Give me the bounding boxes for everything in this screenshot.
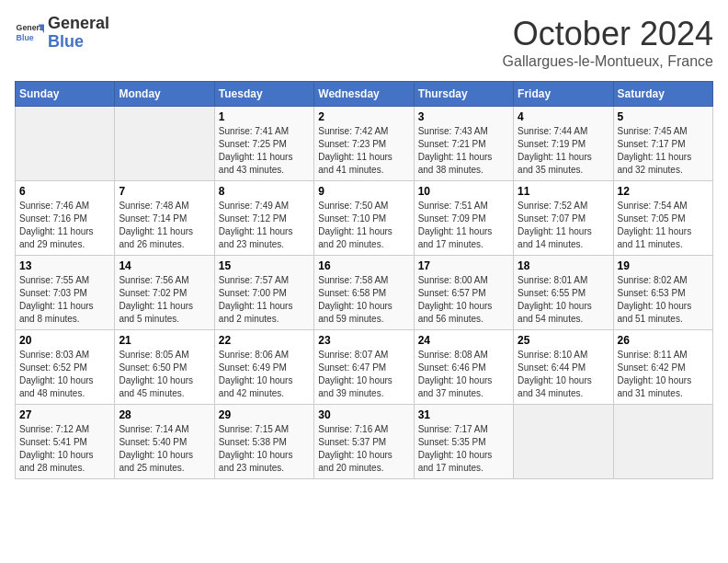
day-info: Sunrise: 7:43 AMSunset: 7:21 PMDaylight:… — [418, 125, 509, 177]
calendar-table: SundayMondayTuesdayWednesdayThursdayFrid… — [15, 81, 713, 479]
calendar-cell: 1Sunrise: 7:41 AMSunset: 7:25 PMDaylight… — [214, 107, 313, 181]
day-info: Sunrise: 7:46 AMSunset: 7:16 PMDaylight:… — [19, 200, 110, 251]
week-row-4: 20Sunrise: 8:03 AMSunset: 6:52 PMDayligh… — [16, 330, 713, 405]
calendar-cell: 10Sunrise: 7:51 AMSunset: 7:09 PMDayligh… — [414, 181, 513, 256]
calendar-cell — [613, 405, 712, 479]
page-header: General Blue General Blue October 2024 G… — [15, 15, 713, 70]
logo-icon: General Blue — [15, 18, 44, 48]
day-number: 28 — [119, 408, 210, 421]
day-number: 27 — [19, 408, 110, 421]
day-number: 24 — [418, 334, 509, 347]
calendar-cell: 22Sunrise: 8:06 AMSunset: 6:49 PMDayligh… — [214, 330, 313, 405]
calendar-cell: 24Sunrise: 8:08 AMSunset: 6:46 PMDayligh… — [414, 330, 513, 405]
week-row-1: 1Sunrise: 7:41 AMSunset: 7:25 PMDaylight… — [16, 107, 713, 181]
svg-text:Blue: Blue — [17, 33, 34, 42]
day-info: Sunrise: 7:54 AMSunset: 7:05 PMDaylight:… — [618, 200, 709, 251]
calendar-cell: 23Sunrise: 8:07 AMSunset: 6:47 PMDayligh… — [314, 330, 414, 405]
day-info: Sunrise: 8:06 AMSunset: 6:49 PMDaylight:… — [219, 349, 310, 400]
day-number: 7 — [119, 185, 210, 198]
calendar-cell: 3Sunrise: 7:43 AMSunset: 7:21 PMDaylight… — [414, 107, 513, 181]
week-row-3: 13Sunrise: 7:55 AMSunset: 7:03 PMDayligh… — [16, 256, 713, 330]
location-title: Gallargues-le-Montueux, France — [503, 53, 713, 70]
day-info: Sunrise: 7:41 AMSunset: 7:25 PMDaylight:… — [219, 125, 310, 177]
calendar-cell: 9Sunrise: 7:50 AMSunset: 7:10 PMDaylight… — [314, 181, 414, 256]
calendar-cell: 21Sunrise: 8:05 AMSunset: 6:50 PMDayligh… — [115, 330, 214, 405]
day-number: 10 — [418, 185, 509, 198]
calendar-cell: 31Sunrise: 7:17 AMSunset: 5:35 PMDayligh… — [414, 405, 513, 479]
header-day-friday: Friday — [514, 82, 613, 107]
day-info: Sunrise: 7:14 AMSunset: 5:40 PMDaylight:… — [119, 423, 210, 475]
day-info: Sunrise: 8:07 AMSunset: 6:47 PMDaylight:… — [318, 349, 409, 400]
day-info: Sunrise: 8:00 AMSunset: 6:57 PMDaylight:… — [418, 274, 509, 326]
day-number: 1 — [219, 110, 310, 123]
day-info: Sunrise: 8:02 AMSunset: 6:53 PMDaylight:… — [618, 274, 709, 326]
calendar-cell: 26Sunrise: 8:11 AMSunset: 6:42 PMDayligh… — [613, 330, 712, 405]
title-block: October 2024 Gallargues-le-Montueux, Fra… — [503, 15, 713, 70]
calendar-cell: 17Sunrise: 8:00 AMSunset: 6:57 PMDayligh… — [414, 256, 513, 330]
calendar-cell — [16, 107, 115, 181]
day-info: Sunrise: 7:45 AMSunset: 7:17 PMDaylight:… — [618, 125, 709, 177]
day-info: Sunrise: 7:58 AMSunset: 6:58 PMDaylight:… — [318, 274, 409, 326]
day-number: 29 — [219, 408, 310, 421]
day-info: Sunrise: 7:52 AMSunset: 7:07 PMDaylight:… — [518, 200, 609, 251]
day-info: Sunrise: 8:11 AMSunset: 6:42 PMDaylight:… — [618, 349, 709, 400]
day-info: Sunrise: 7:44 AMSunset: 7:19 PMDaylight:… — [518, 125, 609, 177]
day-number: 22 — [219, 334, 310, 347]
day-info: Sunrise: 7:57 AMSunset: 7:00 PMDaylight:… — [219, 274, 310, 326]
day-number: 26 — [618, 334, 709, 347]
day-number: 4 — [518, 110, 609, 123]
calendar-cell: 12Sunrise: 7:54 AMSunset: 7:05 PMDayligh… — [613, 181, 712, 256]
calendar-cell: 2Sunrise: 7:42 AMSunset: 7:23 PMDaylight… — [314, 107, 414, 181]
month-title: October 2024 — [503, 15, 713, 53]
day-number: 15 — [219, 259, 310, 272]
day-info: Sunrise: 7:15 AMSunset: 5:38 PMDaylight:… — [219, 423, 310, 475]
week-row-2: 6Sunrise: 7:46 AMSunset: 7:16 PMDaylight… — [16, 181, 713, 256]
day-info: Sunrise: 7:49 AMSunset: 7:12 PMDaylight:… — [219, 200, 310, 251]
calendar-cell: 5Sunrise: 7:45 AMSunset: 7:17 PMDaylight… — [613, 107, 712, 181]
day-info: Sunrise: 7:17 AMSunset: 5:35 PMDaylight:… — [418, 423, 509, 475]
header-row: SundayMondayTuesdayWednesdayThursdayFrid… — [16, 82, 713, 107]
calendar-cell: 30Sunrise: 7:16 AMSunset: 5:37 PMDayligh… — [314, 405, 414, 479]
calendar-cell: 16Sunrise: 7:58 AMSunset: 6:58 PMDayligh… — [314, 256, 414, 330]
day-number: 2 — [318, 110, 409, 123]
day-info: Sunrise: 8:03 AMSunset: 6:52 PMDaylight:… — [19, 349, 110, 400]
day-number: 12 — [618, 185, 709, 198]
day-number: 30 — [318, 408, 409, 421]
day-number: 21 — [119, 334, 210, 347]
calendar-cell: 4Sunrise: 7:44 AMSunset: 7:19 PMDaylight… — [514, 107, 613, 181]
day-number: 23 — [318, 334, 409, 347]
calendar-cell: 6Sunrise: 7:46 AMSunset: 7:16 PMDaylight… — [16, 181, 115, 256]
calendar-cell: 7Sunrise: 7:48 AMSunset: 7:14 PMDaylight… — [115, 181, 214, 256]
day-number: 25 — [518, 334, 609, 347]
calendar-cell: 25Sunrise: 8:10 AMSunset: 6:44 PMDayligh… — [514, 330, 613, 405]
header-day-thursday: Thursday — [414, 82, 513, 107]
day-number: 3 — [418, 110, 509, 123]
day-info: Sunrise: 7:55 AMSunset: 7:03 PMDaylight:… — [19, 274, 110, 326]
logo-text: General Blue — [48, 15, 109, 52]
calendar-cell: 19Sunrise: 8:02 AMSunset: 6:53 PMDayligh… — [613, 256, 712, 330]
calendar-cell: 8Sunrise: 7:49 AMSunset: 7:12 PMDaylight… — [214, 181, 313, 256]
header-day-tuesday: Tuesday — [214, 82, 313, 107]
day-number: 31 — [418, 408, 509, 421]
day-info: Sunrise: 7:50 AMSunset: 7:10 PMDaylight:… — [318, 200, 409, 251]
day-number: 5 — [618, 110, 709, 123]
day-info: Sunrise: 8:08 AMSunset: 6:46 PMDaylight:… — [418, 349, 509, 400]
day-number: 20 — [19, 334, 110, 347]
day-info: Sunrise: 7:51 AMSunset: 7:09 PMDaylight:… — [418, 200, 509, 251]
week-row-5: 27Sunrise: 7:12 AMSunset: 5:41 PMDayligh… — [16, 405, 713, 479]
day-info: Sunrise: 8:10 AMSunset: 6:44 PMDaylight:… — [518, 349, 609, 400]
day-number: 11 — [518, 185, 609, 198]
day-number: 13 — [19, 259, 110, 272]
header-day-monday: Monday — [115, 82, 214, 107]
calendar-cell — [514, 405, 613, 479]
day-number: 17 — [418, 259, 509, 272]
day-info: Sunrise: 7:56 AMSunset: 7:02 PMDaylight:… — [119, 274, 210, 326]
day-info: Sunrise: 8:01 AMSunset: 6:55 PMDaylight:… — [518, 274, 609, 326]
header-day-wednesday: Wednesday — [314, 82, 414, 107]
header-day-saturday: Saturday — [613, 82, 712, 107]
calendar-cell: 13Sunrise: 7:55 AMSunset: 7:03 PMDayligh… — [16, 256, 115, 330]
logo: General Blue General Blue — [15, 15, 109, 52]
calendar-cell: 20Sunrise: 8:03 AMSunset: 6:52 PMDayligh… — [16, 330, 115, 405]
calendar-cell — [115, 107, 214, 181]
calendar-cell: 27Sunrise: 7:12 AMSunset: 5:41 PMDayligh… — [16, 405, 115, 479]
